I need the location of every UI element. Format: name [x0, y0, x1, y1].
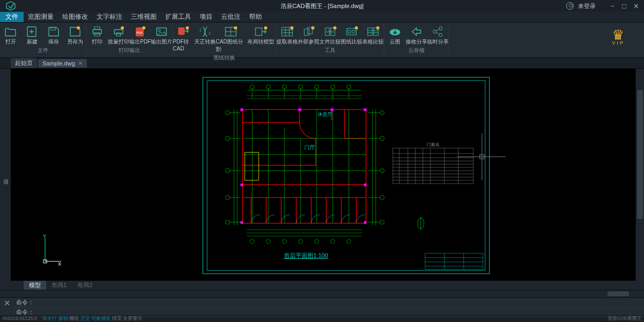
split-drawing-button[interactable]: CAD图纸分割	[216, 24, 246, 54]
svg-rect-72	[364, 221, 367, 224]
ribbon-group-print: 打印 批量打印 PDF输出PDF 输出图片 打印输出	[86, 23, 173, 57]
hscrollbar-thumb[interactable]	[608, 291, 629, 296]
svg-point-11	[142, 26, 145, 30]
snap-fullscreen[interactable]: 全屏显示	[123, 316, 142, 321]
snap-osnap[interactable]: 对象捕捉	[91, 316, 111, 321]
menu-project[interactable]: 项目	[195, 12, 217, 21]
close-tab-icon[interactable]: ✕	[78, 61, 83, 66]
document-tab-strip: 起始页 Sample.dwg✕	[0, 58, 644, 69]
table-compare-button[interactable]: 表格比较	[362, 24, 384, 47]
svg-point-78	[225, 220, 230, 224]
menu-3d-view[interactable]: 三维视图	[127, 12, 161, 21]
cloud-drawing-button[interactable]: 云图	[384, 24, 406, 47]
svg-rect-65	[240, 108, 243, 111]
menu-view-measure[interactable]: 览图测量	[24, 12, 58, 21]
extract-table-button[interactable]: 提取表格	[276, 24, 298, 47]
snap-cmdline[interactable]: 命令行	[42, 316, 57, 321]
scrollbar-thumb[interactable]	[637, 90, 643, 219]
doc-tab-sample[interactable]: Sample.dwg✕	[38, 59, 87, 68]
print-button[interactable]: 打印	[86, 24, 108, 47]
vertical-scrollbar[interactable]	[635, 69, 644, 281]
saveas-button[interactable]: 另存为	[64, 24, 86, 47]
snap-polar[interactable]: 极轴	[58, 316, 68, 321]
svg-point-32	[355, 26, 358, 30]
pdf-to-cad-button[interactable]: PDF转CAD	[173, 24, 194, 54]
svg-text:X: X	[58, 261, 61, 267]
svg-rect-7	[116, 33, 121, 36]
svg-point-87	[380, 136, 384, 141]
svg-point-24	[311, 26, 314, 30]
minimize-button[interactable]: −	[606, 1, 618, 11]
svg-rect-41	[207, 80, 485, 270]
temp-share-button[interactable]: 临时分享	[427, 24, 449, 47]
window-title: 浩辰CAD看图王 - [Sample.dwg]	[281, 2, 364, 10]
svg-text:Y: Y	[43, 235, 46, 239]
svg-point-19	[264, 26, 267, 30]
svg-point-21	[290, 26, 294, 30]
svg-rect-71	[240, 221, 243, 224]
xref-button[interactable]: 外部参照	[298, 24, 319, 47]
menu-text-dim[interactable]: 文字标注	[92, 12, 127, 21]
svg-point-8	[121, 26, 124, 30]
layout-tabs: 模型 布局1 布局2	[0, 281, 644, 290]
svg-point-37	[433, 30, 436, 33]
svg-point-74	[225, 111, 230, 115]
menu-ext-tools[interactable]: 扩展工具	[161, 12, 195, 21]
tianzheng-convert-button[interactable]: 天正转换	[194, 24, 216, 54]
svg-rect-5	[94, 33, 100, 36]
save-button[interactable]: 保存	[43, 24, 64, 47]
svg-point-28	[333, 26, 336, 30]
drawing-compare-button[interactable]: 图纸比较	[341, 24, 362, 47]
menu-draw-modify[interactable]: 绘图修改	[58, 12, 92, 21]
svg-rect-66	[298, 108, 301, 111]
svg-rect-68	[364, 108, 367, 111]
menu-bar: 文件 览图测量 绘图修改 文字标注 三维视图 扩展工具 项目 云批注 帮助	[0, 12, 644, 23]
svg-point-51	[282, 85, 287, 89]
ucs-icon: Y X	[41, 235, 62, 267]
menu-file[interactable]: 文件	[0, 12, 24, 22]
svg-point-54	[331, 85, 335, 89]
vip-badge[interactable]: ♛ VIP	[612, 28, 625, 46]
layout-2-tab[interactable]: 布局2	[72, 281, 98, 290]
snap-grid[interactable]: 栅格	[69, 316, 79, 321]
svg-point-103	[282, 239, 287, 244]
command-line: ✕ 命令： 命令：	[0, 298, 644, 315]
doc-tab-start[interactable]: 起始页	[11, 58, 37, 68]
svg-text:PDF: PDF	[136, 31, 143, 34]
close-button[interactable]: ✕	[630, 1, 642, 11]
receive-share-button[interactable]: 接收分享	[406, 24, 427, 47]
batch-print-button[interactable]: 批量打印	[108, 24, 129, 47]
menu-help[interactable]: 帮助	[245, 12, 266, 21]
svg-point-53	[314, 85, 319, 89]
maximize-button[interactable]: □	[618, 1, 630, 11]
new-button[interactable]: 新建	[21, 24, 43, 47]
svg-point-105	[314, 239, 319, 244]
cmd-history: 命令：	[14, 298, 644, 308]
layout-to-model-button[interactable]: 布局转模型	[246, 24, 276, 54]
svg-rect-67	[331, 108, 333, 111]
svg-rect-14	[178, 27, 185, 35]
account-icon[interactable]	[566, 2, 574, 10]
side-panel-handle[interactable]: 项目	[0, 69, 11, 281]
menu-cloud-markup[interactable]: 云批注	[217, 12, 245, 21]
svg-point-15	[186, 26, 189, 30]
export-pdf-button[interactable]: PDF输出PDF	[129, 24, 151, 47]
snap-lineweight[interactable]: 线宽	[112, 316, 122, 321]
cmdline-close-icon[interactable]: ✕	[0, 298, 14, 315]
horizontal-scrollbar[interactable]	[0, 290, 644, 298]
export-image-button[interactable]: 输出图片	[151, 24, 172, 47]
account-status[interactable]: 未登录	[578, 2, 596, 10]
svg-point-50	[266, 85, 270, 89]
ribbon-group-convert: PDF转CAD 天正转换 CAD图纸分割 布局转模型 图纸转换	[173, 23, 276, 57]
layout-model-tab[interactable]: 模型	[24, 281, 46, 290]
layout-1-tab[interactable]: 布局1	[46, 281, 72, 290]
workspace: 项目	[0, 69, 644, 281]
svg-point-107	[347, 239, 351, 244]
open-button[interactable]: 打开	[0, 24, 21, 47]
file-compare-button[interactable]: DWG文件比较	[319, 24, 341, 47]
svg-point-89	[380, 195, 384, 200]
room-lobby-label: 门厅	[304, 144, 315, 150]
svg-point-13	[158, 30, 160, 32]
snap-ortho[interactable]: 正交	[80, 316, 90, 321]
drawing-canvas[interactable]: 门厅 休息厅 首层平面图1:100 门窗表 Y	[11, 69, 635, 281]
